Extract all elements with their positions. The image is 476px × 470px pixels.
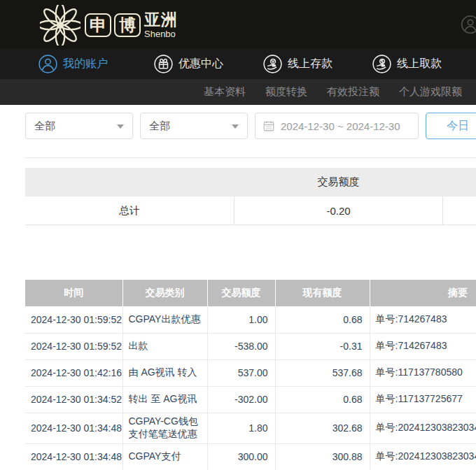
account-records-page: 申 博 亚洲 Shenbo 我的账户 [0, 0, 476, 470]
cell-summary: 单号:2024123038230345 [370, 443, 476, 470]
col-amount: 交易额度 [207, 280, 275, 306]
cell-time: 2024-12-30 01:42:16 [25, 359, 122, 386]
chevron-down-icon [117, 124, 124, 129]
account-sub-navigation: 基本资料 额度转换 有效投注额 个人游戏限额 [0, 79, 476, 105]
cell-amount: -538.00 [207, 333, 275, 359]
cell-balance: 300.88 [275, 443, 370, 470]
cell-amount: -302.00 [207, 386, 275, 413]
cell-balance: 537.68 [275, 359, 370, 386]
cell-summary: 单号:117137780580 [370, 359, 476, 386]
col-type: 交易类别 [122, 280, 207, 306]
withdraw-icon [372, 55, 391, 73]
cell-balance: -0.31 [275, 333, 370, 359]
flower-logo-icon [40, 5, 80, 45]
nav-online-deposit[interactable]: 线上存款 [263, 55, 332, 73]
nav-online-withdrawal[interactable]: 线上取款 [372, 55, 442, 73]
cell-time: 2024-12-30 01:34:48 [25, 413, 122, 443]
chevron-down-icon [232, 124, 239, 129]
cell-type: CGPAY支付 [122, 443, 207, 470]
cell-type: 出款 [122, 333, 207, 359]
summary-header-amount: 交易额度 [234, 176, 443, 189]
table-row: 2024-12-30 01:34:52 转出 至 AG视讯 -302.00 0.… [25, 386, 476, 413]
summary-table: 交易额度 总计 -0.20 [25, 168, 476, 225]
nav-label: 线上取款 [397, 57, 442, 71]
cell-amount: 537.00 [207, 359, 275, 386]
cell-type: 转出 至 AG视讯 [122, 386, 207, 413]
subnav-balance-transfer[interactable]: 额度转换 [265, 85, 307, 99]
date-range-value: 2024-12-30 ~ 2024-12-30 [281, 120, 400, 132]
gift-icon [154, 55, 173, 73]
nav-label: 线上存款 [288, 57, 332, 71]
nav-label: 我的账户 [63, 57, 108, 71]
deposit-icon [263, 55, 282, 73]
table-row: 2024-12-30 01:34:48 CGPAY-CG钱包支付笔笔送优惠 1.… [25, 413, 476, 443]
logo-region-text: 亚洲 [144, 12, 178, 28]
filter-select-2-value: 全部 [149, 120, 170, 133]
table-row: 2024-12-30 01:59:52 出款 -538.00 -0.31 单号:… [25, 333, 476, 359]
subnav-personal-game-limits[interactable]: 个人游戏限额 [399, 85, 462, 99]
cell-amount: 300.00 [207, 443, 275, 470]
transactions-table: 时间 交易类别 交易额度 现有额度 摘要 2024-12-30 01:59:52… [25, 280, 476, 470]
cell-type: 由 AG视讯 转入 [122, 359, 207, 386]
cell-summary: 单号:714267483 [370, 333, 476, 359]
logo-character-boxes: 申 博 [85, 13, 141, 37]
table-row: 2024-12-30 01:34:48 CGPAY支付 300.00 300.8… [25, 443, 476, 470]
nav-promotions[interactable]: 优惠中心 [154, 55, 223, 73]
cell-time: 2024-12-30 01:59:52 [25, 333, 122, 359]
col-balance: 现有额度 [275, 280, 370, 306]
cell-summary: 单号:714267483 [370, 306, 476, 333]
cell-time: 2024-12-30 01:34:48 [25, 443, 122, 470]
subnav-valid-bets[interactable]: 有效投注额 [327, 85, 379, 99]
logo-latin-text: Shenbo [144, 29, 178, 38]
cell-amount: 1.00 [207, 306, 275, 333]
filter-select-1-value: 全部 [34, 120, 55, 133]
summary-total-label: 总计 [25, 204, 234, 218]
summary-total-value: -0.20 [234, 197, 443, 225]
cell-balance: 0.68 [275, 306, 370, 333]
table-row: 2024-12-30 01:42:16 由 AG视讯 转入 537.00 537… [25, 359, 476, 386]
user-icon [38, 55, 57, 73]
logo-box-bo: 博 [114, 13, 141, 37]
filter-bar: 全部 全部 2024-12-30 ~ 2024-12-30 今日 [0, 113, 476, 139]
cell-time: 2024-12-30 01:34:52 [25, 386, 122, 413]
table-header-row: 时间 交易类别 交易额度 现有额度 摘要 [25, 280, 476, 306]
top-bar: 申 博 亚洲 Shenbo [0, 0, 476, 49]
cell-amount: 1.80 [207, 413, 275, 443]
filter-select-1[interactable]: 全部 [25, 113, 133, 139]
calendar-icon [262, 120, 275, 132]
cell-balance: 0.68 [275, 386, 370, 413]
filter-divider [25, 157, 476, 158]
summary-header-row: 交易额度 [25, 168, 476, 197]
brand-logo[interactable]: 申 博 亚洲 Shenbo [40, 5, 178, 45]
cell-balance: 302.68 [275, 413, 370, 443]
date-range-input[interactable]: 2024-12-30 ~ 2024-12-30 [255, 113, 419, 139]
nav-my-account[interactable]: 我的账户 [38, 55, 108, 73]
summary-total-row: 总计 -0.20 [25, 197, 476, 225]
table-row: 2024-12-30 01:59:52 CGPAY出款优惠 1.00 0.68 … [25, 306, 476, 333]
cell-summary: 单号:2024123038230345 [370, 413, 476, 443]
main-navigation: 我的账户 优惠中心 线上存款 [0, 49, 476, 79]
subnav-basic-info[interactable]: 基本资料 [204, 85, 246, 99]
col-time: 时间 [25, 280, 122, 306]
cell-summary: 单号:117137725677 [370, 386, 476, 413]
nav-label: 优惠中心 [178, 57, 223, 71]
logo-wordmark: 亚洲 Shenbo [144, 12, 178, 38]
col-summary: 摘要 [370, 280, 476, 306]
today-button[interactable]: 今日 [426, 113, 476, 139]
account-avatar-icon[interactable] [461, 15, 476, 34]
cell-type: CGPAY-CG钱包支付笔笔送优惠 [122, 413, 207, 443]
logo-box-shen: 申 [85, 13, 111, 37]
cell-type: CGPAY出款优惠 [122, 306, 207, 333]
filter-select-2[interactable]: 全部 [140, 113, 248, 139]
cell-time: 2024-12-30 01:59:52 [25, 306, 122, 333]
